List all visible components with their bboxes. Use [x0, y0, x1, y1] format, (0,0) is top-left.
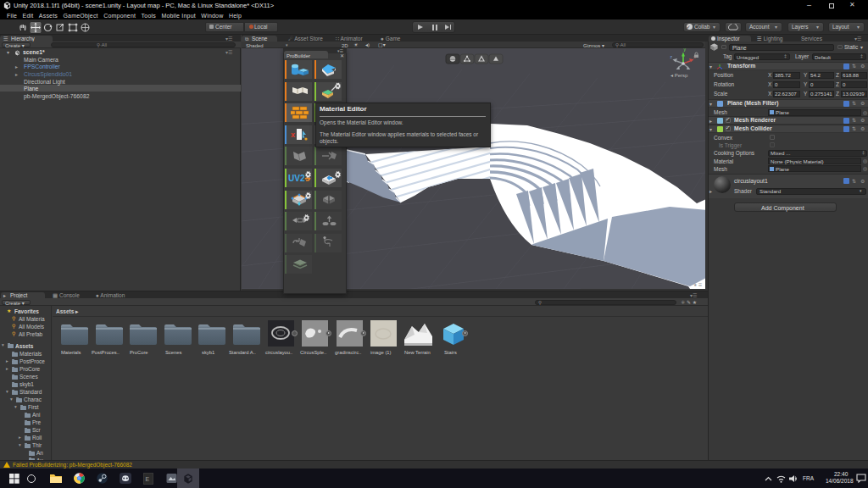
svg-text:UV2: UV2	[288, 174, 305, 183]
svg-text:E: E	[145, 475, 149, 481]
svg-text:x: x	[291, 130, 295, 139]
svg-text:◂ Persp: ◂ Persp	[670, 73, 688, 78]
